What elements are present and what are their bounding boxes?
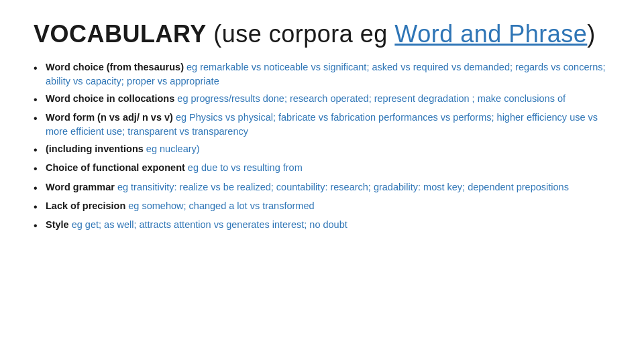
item-text: Word grammar eg transitivity: realize vs… (46, 180, 610, 194)
list-item: • Word form (n vs adj/ n vs v) eg Physic… (34, 111, 610, 139)
item-text: Word form (n vs adj/ n vs v) eg Physics … (46, 111, 610, 139)
item-text: Style eg get; as well; attracts attentio… (46, 218, 610, 232)
item-text: (including inventions eg nucleary) (46, 142, 610, 156)
slide-title: VOCABULARY (use corpora eg Word and Phra… (34, 20, 610, 48)
slide: VOCABULARY (use corpora eg Word and Phra… (0, 0, 644, 362)
list-item: • Word choice in collocations eg progres… (34, 92, 610, 107)
title-paren-open: (use corpora eg (207, 20, 395, 48)
list-item: • Style eg get; as well; attracts attent… (34, 218, 610, 233)
title-vocabulary: VOCABULARY (34, 20, 207, 48)
bullet-icon: • (34, 218, 46, 233)
title-link[interactable]: Word and Phrase (394, 20, 587, 48)
bullet-icon: • (34, 60, 46, 76)
item-text: Choice of functional exponent eg due to … (46, 161, 610, 175)
list-item: • Word choice (from thesaurus) eg remark… (34, 60, 610, 88)
bullet-icon: • (34, 142, 46, 158)
item-text: Word choice in collocations eg progress/… (46, 92, 610, 106)
list-item: • Lack of precision eg somehow; changed … (34, 199, 610, 215)
bullet-icon: • (34, 111, 46, 126)
bullet-list: • Word choice (from thesaurus) eg remark… (34, 60, 610, 233)
list-item: • Word grammar eg transitivity: realize … (34, 180, 610, 196)
item-text: Word choice (from thesaurus) eg remarkab… (46, 60, 610, 88)
list-item: • Choice of functional exponent eg due t… (34, 161, 610, 176)
bullet-icon: • (34, 92, 46, 107)
list-item: • (including inventions eg nucleary) (34, 142, 610, 158)
item-text: Lack of precision eg somehow; changed a … (46, 199, 610, 213)
bullet-icon: • (34, 180, 46, 196)
bullet-icon: • (34, 199, 46, 215)
title-paren-close: ) (587, 20, 596, 48)
bullet-icon: • (34, 161, 46, 176)
